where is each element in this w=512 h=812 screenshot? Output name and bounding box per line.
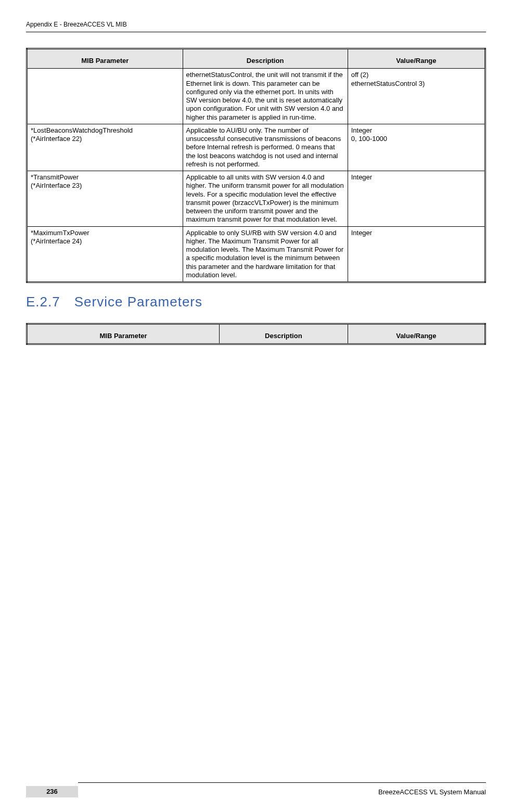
- cell-range: off (2) ethernetStatusControl 3): [348, 69, 485, 124]
- col-header-range: Value/Range: [348, 49, 485, 69]
- cell-range: Integer 0, 100-1000: [348, 124, 485, 171]
- cell-description: Applicable to all units with SW version …: [183, 171, 348, 227]
- cell-range: Integer: [348, 226, 485, 282]
- col-header-parameter: MIB Parameter: [27, 49, 183, 69]
- section-heading: E.2.7 Service Parameters: [26, 293, 486, 311]
- cell-description: Applicable to AU/BU only. The number of …: [183, 124, 348, 171]
- cell-parameter: *TransmitPower (*AirInterface 23): [27, 171, 183, 227]
- table-row: *TransmitPower (*AirInterface 23) Applic…: [27, 171, 485, 227]
- running-header: Appendix E - BreezeACCES VL MIB: [26, 21, 486, 29]
- header-rule: [26, 32, 486, 32]
- table-header-row: MIB Parameter Description Value/Range: [27, 49, 485, 69]
- mib-parameters-table: MIB Parameter Description Value/Range et…: [26, 48, 486, 283]
- col-header-description: Description: [220, 324, 348, 344]
- cell-range: Integer: [348, 171, 485, 227]
- cell-parameter: *LostBeaconsWatchdogThreshold (*AirInter…: [27, 124, 183, 171]
- cell-description: ethernetStatusControl, the unit will not…: [183, 69, 348, 124]
- table-row: *LostBeaconsWatchdogThreshold (*AirInter…: [27, 124, 485, 171]
- cell-parameter: [27, 69, 183, 124]
- col-header-parameter: MIB Parameter: [27, 324, 220, 344]
- cell-description: Applicable to only SU/RB with SW version…: [183, 226, 348, 282]
- cell-parameter: *MaximumTxPower (*AirInterface 24): [27, 226, 183, 282]
- col-header-range: Value/Range: [348, 324, 485, 344]
- table-row: ethernetStatusControl, the unit will not…: [27, 69, 485, 124]
- table-row: *MaximumTxPower (*AirInterface 24) Appli…: [27, 226, 485, 282]
- col-header-description: Description: [183, 49, 348, 69]
- service-parameters-table: MIB Parameter Description Value/Range: [26, 323, 486, 345]
- table-header-row: MIB Parameter Description Value/Range: [27, 324, 485, 344]
